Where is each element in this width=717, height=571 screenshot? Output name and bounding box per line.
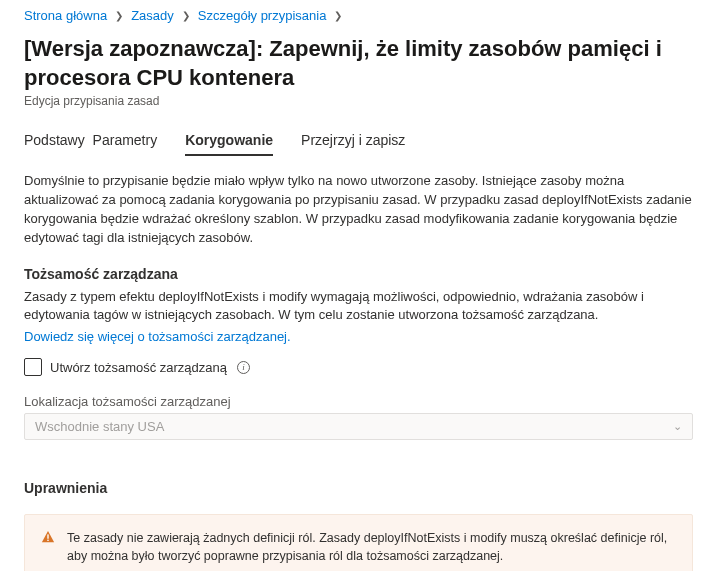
managed-identity-heading: Tożsamość zarządzana [24,266,693,282]
chevron-right-icon: ❯ [334,10,342,21]
svg-rect-1 [47,540,48,541]
page-subtitle: Edycja przypisania zasad [24,94,693,108]
info-icon[interactable]: i [237,361,250,374]
tab-review[interactable]: Przejrzyj i zapisz [301,126,405,154]
breadcrumb-assignment[interactable]: Szczegóły przypisania [198,8,327,23]
managed-identity-location-select[interactable]: Wschodnie stany USA ⌄ [24,413,693,440]
permissions-heading: Uprawnienia [24,480,693,496]
managed-identity-text: Zasady z typem efektu deployIfNotExists … [24,288,693,326]
create-managed-identity-checkbox[interactable] [24,358,42,376]
learn-more-managed-identity-link[interactable]: Dowiedz się więcej o tożsamości zarządza… [24,329,291,344]
breadcrumb-policies[interactable]: Zasady [131,8,174,23]
breadcrumb: Strona główna ❯ Zasady ❯ Szczegóły przyp… [24,8,693,23]
permissions-warning-text: Te zasady nie zawierają żadnych definicj… [67,529,676,565]
chevron-down-icon: ⌄ [673,420,682,433]
warning-icon [41,530,55,549]
page-title: [Wersja zapoznawcza]: Zapewnij, że limit… [24,35,693,92]
permissions-warning: Te zasady nie zawierają żadnych definicj… [24,514,693,571]
intro-text: Domyślnie to przypisanie będzie miało wp… [24,172,693,247]
managed-identity-location-label: Lokalizacja tożsamości zarządzanej [24,394,693,409]
chevron-right-icon: ❯ [115,10,123,21]
breadcrumb-home[interactable]: Strona główna [24,8,107,23]
chevron-right-icon: ❯ [182,10,190,21]
svg-rect-0 [47,535,48,539]
create-managed-identity-label: Utwórz tożsamość zarządzaną [50,360,227,375]
tabs: Podstawy Parametry Korygowanie Przejrzyj… [24,126,693,154]
select-value: Wschodnie stany USA [35,419,164,434]
tab-basics-parameters[interactable]: Podstawy Parametry [24,126,157,154]
tab-remediation[interactable]: Korygowanie [185,126,273,154]
